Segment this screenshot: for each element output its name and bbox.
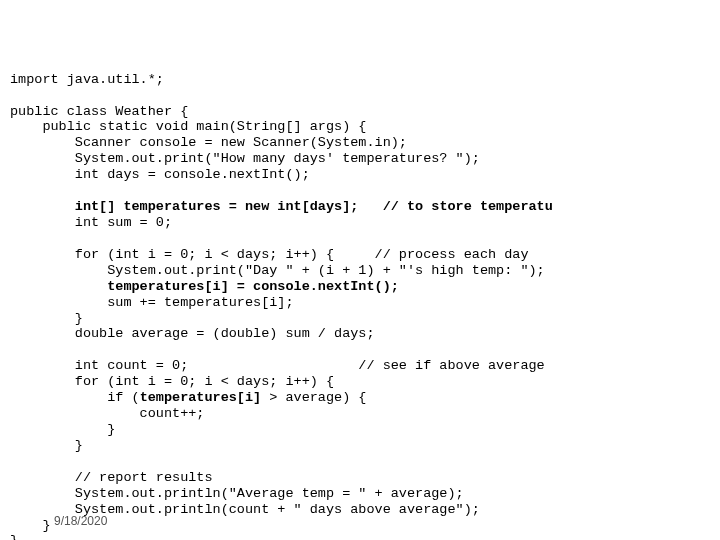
code-line [358,199,382,214]
code-line: int count = 0; // see if above average [10,358,545,373]
code-line: if ( [10,390,140,405]
code-block: import java.util.*; public class Weather… [10,72,710,540]
code-bold: int[] temperatures = new int[days]; [75,199,359,214]
code-line: Scanner console = new Scanner(System.in)… [10,135,407,150]
code-line: public static void main(String[] args) { [10,119,366,134]
code-line: import java.util.*; [10,72,164,87]
code-line: count++; [10,406,204,421]
footer-date: 9/18/2020 [54,514,107,528]
code-line [10,279,107,294]
code-line: for (int i = 0; i < days; i++) { [10,374,334,389]
code-line: } [10,533,18,540]
code-line: sum += temperatures[i]; [10,295,294,310]
code-line: } [10,438,83,453]
code-line [10,199,75,214]
code-bold: temperatures[i] [140,390,262,405]
code-bold: temperatures[i] = console.nextInt(); [107,279,399,294]
code-line: > average) { [261,390,366,405]
code-line: int days = console.nextInt(); [10,167,310,182]
code-line: System.out.print("How many days' tempera… [10,151,480,166]
code-line: } [10,518,51,533]
code-line: int sum = 0; [10,215,172,230]
code-line: // report results [10,470,213,485]
code-line: double average = (double) sum / days; [10,326,375,341]
code-line: } [10,422,115,437]
code-line: } [10,311,83,326]
code-line: System.out.println("Average temp = " + a… [10,486,464,501]
code-line: System.out.print("Day " + (i + 1) + "'s … [10,263,545,278]
code-bold: // to store temperatu [383,199,553,214]
code-line: for (int i = 0; i < days; i++) { // proc… [10,247,528,262]
code-line: public class Weather { [10,104,188,119]
